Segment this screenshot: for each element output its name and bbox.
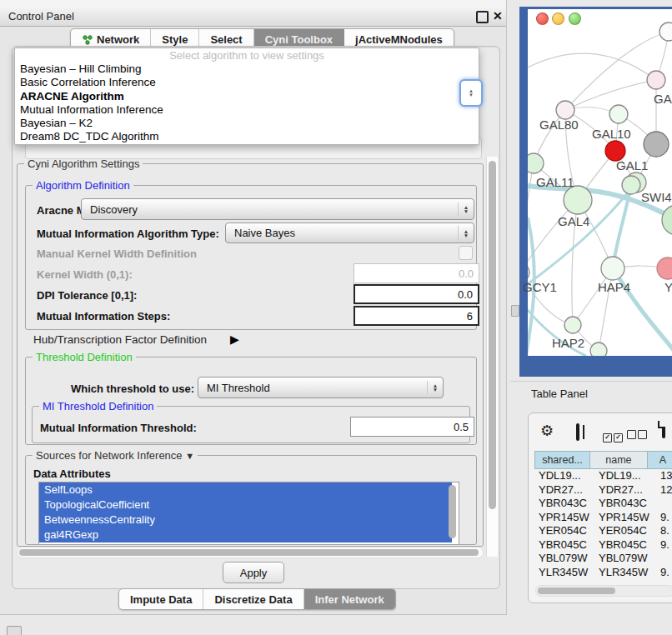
tab-discretize-data[interactable]: Discretize Data [203, 589, 303, 609]
attribute-item[interactable]: gal4RGexp [39, 528, 452, 542]
tab-discretize-data-label: Discretize Data [214, 593, 292, 606]
sources-title[interactable]: Sources for Network Inference ▼ [33, 449, 198, 462]
algorithm-option[interactable]: Bayesian – K2 [15, 117, 479, 130]
settings-vscrollbar-track[interactable] [486, 157, 498, 557]
mi-threshold-value: 0.5 [454, 421, 469, 433]
algorithm-combo-focus-fragment[interactable]: ▲▼ [459, 79, 483, 107]
cyni-settings-title: Cyni Algorithm Settings [24, 158, 143, 170]
settings-hscrollbar-thumb[interactable] [19, 549, 479, 556]
tab-network-label: Network [97, 33, 139, 46]
node-label-y: Y [664, 280, 672, 294]
table-row[interactable]: YDL19... YDL19... 13 [534, 469, 672, 483]
table-hscrollbar-thumb[interactable] [538, 588, 615, 594]
hub-section-label[interactable]: Hub/Transcription Factor Definition [33, 333, 207, 346]
settings-hscrollbar-track[interactable] [17, 547, 484, 558]
mi-steps-value: 6 [467, 310, 473, 322]
node-table: shared... name A YDL19... YDL19... 13 YD… [534, 451, 672, 580]
attribute-item[interactable]: SelfLoops [39, 482, 452, 498]
table-row[interactable]: YBR043C YBR043C [534, 497, 672, 511]
network-node[interactable] [590, 342, 607, 356]
table-row[interactable]: YLR345W YLR345W 9. [534, 566, 672, 580]
mi-steps-field[interactable]: 6 [354, 306, 479, 326]
network-node-swi4[interactable] [622, 176, 640, 194]
dpi-tolerance-value: 0.0 [458, 288, 473, 301]
algorithm-option-selected[interactable]: ARACNE Algorithm [15, 90, 479, 103]
network-thick-edges [528, 182, 672, 356]
algorithm-option[interactable]: Mutual Information Inference [15, 103, 479, 117]
control-panel-window: Control Panel ✕ Network Style Select [0, 0, 507, 615]
which-threshold-value: MI Threshold [198, 382, 427, 394]
kernel-width-value: 0.0 [459, 268, 474, 280]
dpi-tolerance-field[interactable]: 0.0 [354, 284, 479, 304]
network-node-gal11[interactable] [528, 153, 544, 173]
attributes-list-scrollbar[interactable] [449, 485, 456, 538]
apply-button[interactable]: Apply [223, 562, 284, 583]
tab-select-label: Select [210, 33, 242, 46]
network-node[interactable] [662, 205, 672, 235]
algorithm-option[interactable]: Basic Correlation Inference [15, 76, 479, 89]
select-all-checkboxes-icon[interactable]: ✓✓ [603, 428, 623, 442]
settings-vscrollbar-thumb[interactable] [489, 161, 496, 509]
mi-type-combo[interactable]: Naive Bayes ▲▼ [225, 222, 474, 243]
network-node-salmon[interactable] [657, 258, 672, 279]
deselect-all-checkboxes-icon[interactable] [627, 428, 647, 442]
dpi-tolerance-label: DPI Tolerance [0,1]: [37, 289, 137, 302]
tab-impute-data-label: Impute Data [130, 593, 192, 606]
table-panel-box: ⚙ ✓✓ shared... name A YDL19... YDL19... … [528, 412, 672, 603]
data-attributes-label: Data Attributes [33, 468, 111, 480]
network-node-gcy1[interactable] [528, 263, 529, 282]
bottom-tabs: Impute Data Discretize Data Infer Networ… [118, 588, 396, 610]
node-label-hap4: HAP4 [598, 280, 630, 294]
column-header-3[interactable]: A [648, 451, 672, 469]
table-row[interactable]: YBR045C YBR045C 9. [534, 538, 672, 552]
kernel-width-field[interactable]: 0.0 [354, 263, 479, 283]
manual-kernel-width-checkbox[interactable] [459, 246, 473, 260]
column-header-name[interactable]: name [590, 451, 648, 469]
table-row[interactable]: YER054C YER054C 8. [534, 524, 672, 538]
mi-threshold-field[interactable]: 0.5 [350, 417, 474, 437]
table-row[interactable]: YPR145W YPR145W 9. [534, 511, 672, 525]
sources-collapse-arrow-icon[interactable]: ▼ [185, 451, 194, 461]
table-options-gear-icon[interactable]: ⚙ [540, 422, 554, 440]
node-label-gal1: GAL1 [616, 158, 648, 172]
hub-expand-arrow-icon[interactable]: ▶ [230, 332, 239, 346]
algorithm-option[interactable]: Bayesian – Hill Climbing [15, 62, 479, 76]
control-panel-titlebar[interactable]: Control Panel ✕ [0, 7, 506, 27]
close-icon[interactable]: ✕ [493, 9, 503, 22]
table-rows: YDL19... YDL19... 13 YDR27... YDR27... 1… [534, 469, 672, 580]
attribute-item[interactable]: TopologicalCoefficient [39, 498, 452, 512]
tab-impute-data[interactable]: Impute Data [119, 589, 203, 609]
algorithm-option[interactable]: Dream8 DC_TDC Algorithm [15, 130, 479, 143]
network-node[interactable] [659, 22, 672, 41]
node-label-gal4: GAL4 [558, 214, 589, 228]
network-node-hap4[interactable] [601, 257, 624, 280]
network-node-gal4[interactable] [564, 186, 592, 214]
splitpane-grip[interactable] [511, 305, 519, 317]
new-table-file-icon[interactable] [662, 421, 665, 438]
aracne-mode-combo[interactable]: Discovery ▲▼ [81, 198, 474, 220]
network-node-hap2[interactable] [564, 317, 581, 333]
panel-title: Control Panel [8, 10, 74, 22]
attribute-item[interactable]: BetweennessCentrality [39, 512, 452, 528]
table-hscrollbar-track[interactable] [535, 585, 672, 597]
tab-jactivemnodules-label: jActiveMNodules [355, 33, 443, 46]
which-threshold-label: Which threshold to use: [71, 382, 194, 395]
table-row[interactable]: YDR27... YDR27... 12 [534, 483, 672, 498]
tab-infer-network[interactable]: Infer Network [304, 589, 395, 609]
node-label-gal: GAL [654, 92, 672, 106]
threshold-definition-title: Threshold Definition [33, 351, 136, 363]
network-node-gal80[interactable] [556, 101, 574, 119]
table-row[interactable]: YIL052C YIL052C 9. [534, 579, 672, 580]
network-node[interactable] [647, 71, 665, 89]
table-row[interactable]: YBL079W YBL079W [534, 552, 672, 566]
network-node-gray[interactable] [644, 132, 669, 157]
column-layout-icon[interactable] [576, 423, 579, 441]
data-attributes-list[interactable]: SelfLoops TopologicalCoefficient Between… [38, 482, 459, 545]
network-node-gal10[interactable] [609, 105, 628, 123]
which-threshold-combo[interactable]: MI Threshold ▲▼ [198, 377, 444, 398]
dock-panel-icon[interactable] [7, 626, 22, 635]
tab-infer-network-label: Infer Network [315, 593, 384, 606]
column-header-shared[interactable]: shared... [534, 451, 590, 469]
float-window-icon[interactable] [476, 11, 489, 23]
algorithm-dropdown: Select algorithm to view settings Bayesi… [14, 48, 479, 145]
